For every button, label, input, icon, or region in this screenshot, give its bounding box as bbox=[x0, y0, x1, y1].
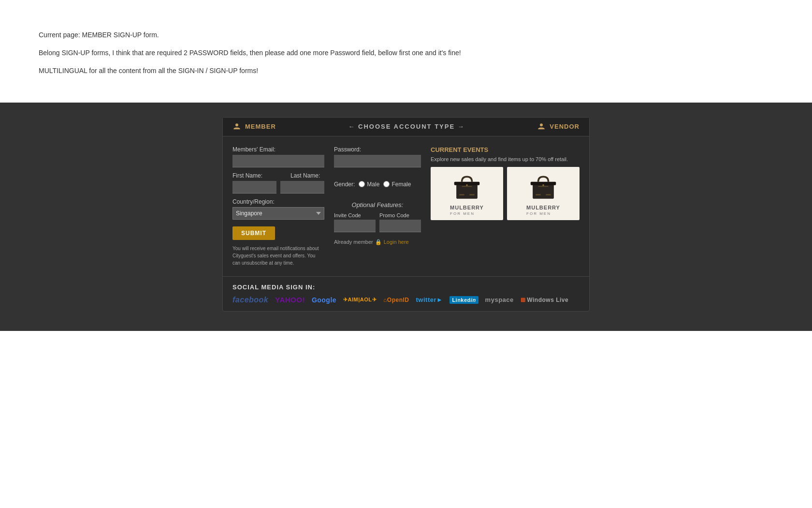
social-title: SOCIAL MEDIA SIGN IN: bbox=[232, 284, 580, 291]
member-tab[interactable]: MEMBER bbox=[232, 122, 276, 131]
already-member-row: Already member 🔒 Login here bbox=[334, 239, 421, 245]
product2-brand: MULBERRY FOR MEN bbox=[526, 205, 560, 215]
right-column: CURRENT EVENTS Explore new sales daily a… bbox=[431, 146, 580, 267]
gender-label: Gender: bbox=[334, 181, 355, 188]
already-member-text: Already member bbox=[334, 239, 373, 245]
google-button[interactable]: Google bbox=[312, 296, 336, 304]
social-icons-row: facebook YAHOO! Google ✈AIM|AOL✈ ⌂OpenID… bbox=[232, 296, 580, 304]
form-body: Members' Email: First Name: Last Name: bbox=[223, 136, 589, 276]
lock-icon: 🔒 bbox=[375, 239, 382, 245]
email-label: Members' Email: bbox=[232, 146, 324, 153]
gender-male-label: Male bbox=[367, 181, 379, 188]
member-label: MEMBER bbox=[245, 123, 276, 130]
note-line3: MULTILINGUAL for all the content from al… bbox=[39, 65, 773, 77]
gender-female-label: Female bbox=[392, 181, 411, 188]
email-input[interactable] bbox=[232, 155, 324, 167]
openid-button[interactable]: ⌂OpenID bbox=[383, 297, 409, 303]
windows-live-icon: ⊞ bbox=[521, 297, 526, 303]
gender-female-option[interactable]: Female bbox=[383, 181, 411, 188]
optional-features-title: Optional Features: bbox=[334, 201, 421, 209]
invite-promo-row: Invite Code Promo Code bbox=[334, 212, 421, 232]
aim-button[interactable]: ✈AIM|AOL✈ bbox=[343, 297, 377, 303]
password-label: Password: bbox=[334, 146, 421, 153]
password-input[interactable] bbox=[334, 155, 421, 167]
promo-code-input[interactable] bbox=[379, 220, 421, 232]
choose-type-label: ← CHOOSE ACCOUNT TYPE → bbox=[348, 123, 464, 130]
svg-rect-12 bbox=[538, 186, 549, 187]
current-events-desc: Explore new sales daily and find items u… bbox=[431, 156, 580, 162]
linkedin-button[interactable]: Linkedin bbox=[450, 296, 478, 303]
product-images-row: MULBERRY FOR MEN bbox=[431, 167, 580, 220]
bag-svg-2 bbox=[526, 171, 560, 205]
vendor-label: VENDOR bbox=[550, 123, 580, 130]
gender-female-radio[interactable] bbox=[383, 181, 390, 187]
last-name-input[interactable] bbox=[280, 181, 324, 194]
country-select[interactable]: Singapore United States United Kingdom A… bbox=[232, 207, 324, 220]
myspace-button[interactable]: myspace bbox=[485, 296, 514, 303]
first-name-label: First Name: bbox=[232, 172, 262, 179]
last-name-label: Last Name: bbox=[290, 172, 320, 179]
dark-section: MEMBER ← CHOOSE ACCOUNT TYPE → VENDOR Me… bbox=[0, 103, 812, 331]
gender-male-option[interactable]: Male bbox=[359, 181, 379, 188]
svg-rect-4 bbox=[459, 194, 464, 196]
yahoo-button[interactable]: YAHOO! bbox=[275, 296, 305, 304]
windows-live-button[interactable]: ⊞Windows Live bbox=[521, 297, 568, 303]
signup-form-container: MEMBER ← CHOOSE ACCOUNT TYPE → VENDOR Me… bbox=[222, 117, 590, 312]
submit-button[interactable]: SUBMIT bbox=[232, 226, 275, 240]
svg-point-7 bbox=[466, 184, 468, 186]
left-column: Members' Email: First Name: Last Name: bbox=[232, 146, 324, 267]
product1-brand: MULBERRY FOR MEN bbox=[450, 205, 484, 215]
bag-svg-1 bbox=[450, 171, 484, 205]
vendor-icon bbox=[537, 122, 546, 131]
first-name-input[interactable] bbox=[232, 181, 276, 194]
member-icon bbox=[232, 122, 241, 131]
vendor-tab[interactable]: VENDOR bbox=[537, 122, 580, 131]
login-link[interactable]: Login here bbox=[384, 239, 409, 245]
top-notes-section: Current page: MEMBER SIGN-UP form. Belon… bbox=[0, 0, 812, 103]
middle-column: Password: Gender: Male Female Optional F… bbox=[334, 146, 421, 267]
svg-rect-10 bbox=[536, 194, 541, 196]
svg-rect-11 bbox=[546, 194, 551, 196]
current-events-title: CURRENT EVENTS bbox=[431, 146, 580, 153]
svg-rect-5 bbox=[469, 194, 475, 196]
svg-point-1 bbox=[540, 123, 543, 126]
invite-code-input[interactable] bbox=[334, 220, 376, 232]
promo-code-label: Promo Code bbox=[379, 212, 421, 218]
svg-point-0 bbox=[235, 123, 238, 126]
notification-text: You will receive email notifications abo… bbox=[232, 245, 324, 267]
facebook-button[interactable]: facebook bbox=[232, 296, 268, 304]
account-type-bar: MEMBER ← CHOOSE ACCOUNT TYPE → VENDOR bbox=[223, 118, 589, 136]
svg-point-13 bbox=[542, 184, 544, 186]
product-image-1: MULBERRY FOR MEN bbox=[431, 167, 503, 220]
product-image-2: MULBERRY FOR MEN bbox=[507, 167, 580, 220]
social-section: SOCIAL MEDIA SIGN IN: facebook YAHOO! Go… bbox=[223, 276, 589, 311]
note-line2: Belong SIGN-UP forms, I think that are r… bbox=[39, 47, 773, 59]
twitter-button[interactable]: twitter► bbox=[416, 296, 443, 303]
note-line1: Current page: MEMBER SIGN-UP form. bbox=[39, 29, 773, 41]
svg-rect-6 bbox=[462, 186, 472, 187]
country-label: Country/Region: bbox=[232, 198, 324, 205]
gender-male-radio[interactable] bbox=[359, 181, 365, 187]
invite-code-label: Invite Code bbox=[334, 212, 376, 218]
